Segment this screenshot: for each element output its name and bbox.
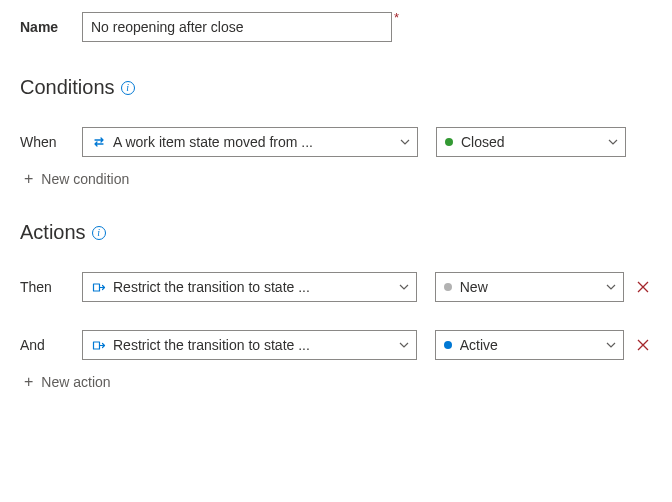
dropdown-text: New — [460, 279, 605, 295]
new-action-label: New action — [41, 374, 110, 390]
action-state-dropdown[interactable]: New — [435, 272, 624, 302]
state-dot-icon — [444, 341, 452, 349]
rule-name-input[interactable] — [82, 12, 392, 42]
condition-state-dropdown[interactable]: Closed — [436, 127, 626, 157]
state-transition-icon — [91, 135, 107, 149]
chevron-down-icon — [399, 136, 411, 148]
chevron-down-icon — [398, 281, 410, 293]
dropdown-text: Closed — [461, 134, 607, 150]
state-dot-icon — [445, 138, 453, 146]
conditions-heading-text: Conditions — [20, 76, 115, 99]
action-state-dropdown[interactable]: Active — [435, 330, 624, 360]
plus-icon: + — [24, 374, 33, 390]
info-icon[interactable]: i — [121, 81, 135, 95]
delete-row-button[interactable] — [634, 278, 652, 296]
name-label: Name — [20, 19, 82, 35]
actions-heading: Actions i — [20, 221, 652, 244]
row-label: And — [20, 337, 82, 353]
action-type-dropdown[interactable]: Restrict the transition to state ... — [82, 272, 417, 302]
row-label: When — [20, 134, 82, 150]
new-condition-button[interactable]: + New condition — [24, 171, 652, 187]
action-row: AndRestrict the transition to state ...A… — [20, 330, 652, 360]
dropdown-text: A work item state moved from ... — [113, 134, 399, 150]
delete-row-button[interactable] — [634, 336, 652, 354]
action-type-dropdown[interactable]: Restrict the transition to state ... — [82, 330, 417, 360]
dropdown-text: Restrict the transition to state ... — [113, 279, 398, 295]
row-label: Then — [20, 279, 82, 295]
dropdown-text: Active — [460, 337, 605, 353]
new-action-button[interactable]: + New action — [24, 374, 652, 390]
chevron-down-icon — [398, 339, 410, 351]
restrict-icon — [91, 338, 107, 352]
state-dot-icon — [444, 283, 452, 291]
chevron-down-icon — [605, 281, 617, 293]
name-row: Name * — [20, 12, 652, 42]
actions-heading-text: Actions — [20, 221, 86, 244]
new-condition-label: New condition — [41, 171, 129, 187]
condition-type-dropdown[interactable]: A work item state moved from ... — [82, 127, 418, 157]
info-icon[interactable]: i — [92, 226, 106, 240]
required-indicator: * — [394, 10, 399, 25]
plus-icon: + — [24, 171, 33, 187]
svg-rect-0 — [94, 284, 100, 291]
action-row: ThenRestrict the transition to state ...… — [20, 272, 652, 302]
svg-rect-1 — [94, 342, 100, 349]
chevron-down-icon — [607, 136, 619, 148]
condition-row: WhenA work item state moved from ...Clos… — [20, 127, 652, 157]
conditions-heading: Conditions i — [20, 76, 652, 99]
chevron-down-icon — [605, 339, 617, 351]
dropdown-text: Restrict the transition to state ... — [113, 337, 398, 353]
restrict-icon — [91, 280, 107, 294]
